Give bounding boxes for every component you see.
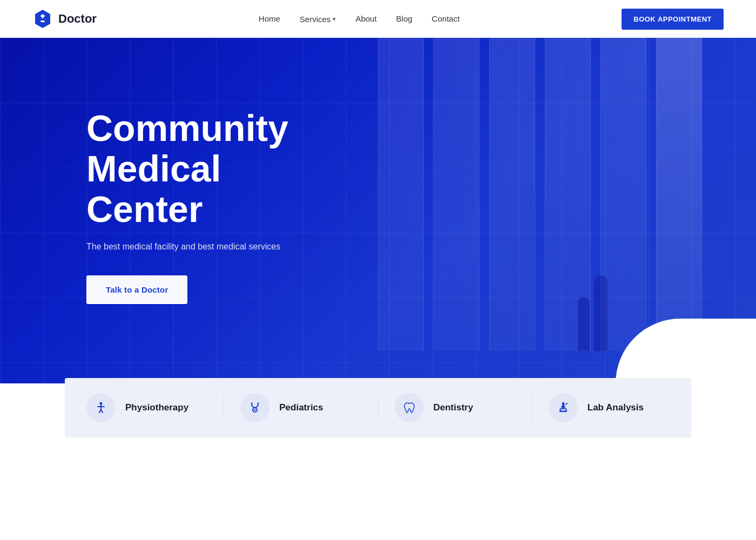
- nav-about[interactable]: About: [355, 14, 376, 23]
- nav-links: Home Services ▾ About Blog Contact: [259, 14, 460, 24]
- logo[interactable]: Doctor: [32, 9, 97, 29]
- navbar: Doctor Home Services ▾ About Blog Contac…: [0, 0, 756, 38]
- nav-blog[interactable]: Blog: [396, 14, 413, 23]
- service-physiotherapy: Physiotherapy: [86, 393, 224, 422]
- logo-icon: [32, 9, 53, 29]
- lab-analysis-icon-circle: [549, 393, 578, 422]
- dentistry-icon-circle: [395, 393, 424, 422]
- hero-subtitle: The best medical facility and best medic…: [86, 242, 292, 252]
- logo-text: Doctor: [58, 12, 97, 26]
- svg-point-9: [251, 403, 253, 404]
- svg-line-7: [101, 409, 103, 413]
- nav-contact[interactable]: Contact: [432, 14, 460, 23]
- service-lab-analysis: Lab Analysis: [549, 393, 670, 422]
- hero-section: Community Medical Center The best medica…: [0, 38, 756, 383]
- hero-content: Community Medical Center The best medica…: [0, 38, 378, 336]
- chevron-down-icon: ▾: [333, 16, 336, 23]
- dentistry-label: Dentistry: [434, 402, 474, 413]
- svg-rect-1: [42, 14, 44, 18]
- bottom-area: [0, 437, 756, 540]
- nav-home[interactable]: Home: [259, 14, 280, 23]
- service-pediatrics: Pediatrics: [240, 393, 378, 422]
- pediatrics-icon: [248, 401, 262, 415]
- pediatrics-icon-circle: [240, 393, 269, 422]
- nav-services[interactable]: Services ▾: [300, 15, 336, 24]
- svg-point-11: [254, 409, 256, 411]
- svg-line-17: [565, 403, 568, 404]
- physiotherapy-icon-circle: [86, 393, 116, 422]
- svg-point-10: [258, 403, 259, 404]
- talk-to-doctor-button[interactable]: Talk to a Doctor: [86, 275, 187, 304]
- physiotherapy-icon: [94, 401, 108, 415]
- physiotherapy-label: Physiotherapy: [125, 402, 188, 413]
- dentistry-icon: [402, 401, 416, 415]
- book-appointment-button[interactable]: BOOK APPOINTMENT: [622, 9, 724, 30]
- services-bar: Physiotherapy Pediatrics Dentistry: [65, 378, 691, 437]
- hero-title: Community Medical Center: [86, 108, 292, 229]
- service-dentistry: Dentistry: [395, 393, 532, 422]
- pediatrics-label: Pediatrics: [279, 402, 323, 413]
- lab-analysis-icon: [556, 401, 570, 415]
- svg-rect-2: [40, 21, 45, 22]
- lab-analysis-label: Lab Analysis: [588, 402, 644, 413]
